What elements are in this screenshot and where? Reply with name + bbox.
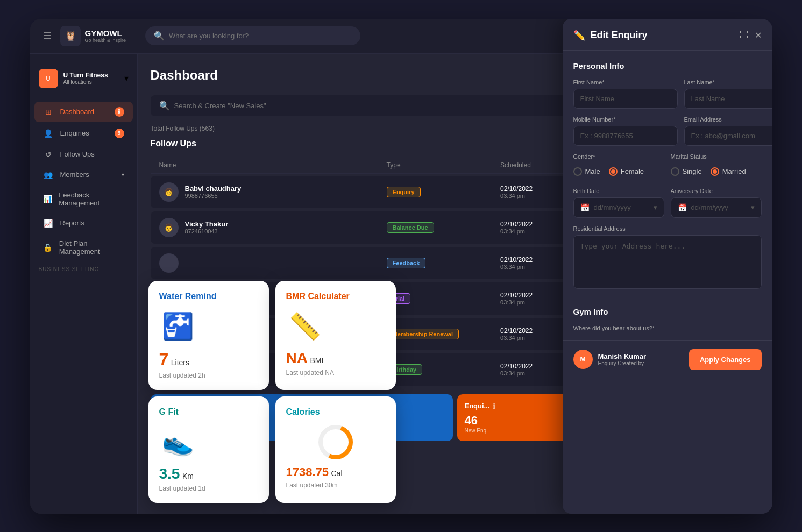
footer-user-name: Manish Kumar bbox=[598, 352, 647, 360]
email-input[interactable] bbox=[684, 126, 772, 146]
gfit-illustration: 👟 bbox=[159, 423, 197, 461]
gender-female-option[interactable]: Female bbox=[609, 167, 644, 176]
avatar bbox=[159, 253, 179, 273]
global-search-bar[interactable]: 🔍 bbox=[145, 26, 360, 45]
water-value-row: 7 Liters bbox=[159, 350, 258, 370]
anniversary-input[interactable]: 📅 dd/mm/yyyy ▾ bbox=[671, 197, 762, 218]
gender-radio-group: Male Female bbox=[573, 163, 664, 180]
male-radio[interactable] bbox=[573, 167, 582, 176]
gfit-card[interactable]: G Fit 👟 3.5 Km Last updated 1d bbox=[148, 396, 269, 503]
footer-user-sub: Enquiry Created by bbox=[598, 360, 647, 366]
dashboard-icon: ⊞ bbox=[43, 108, 54, 116]
app-name: GYMOWL bbox=[85, 29, 126, 38]
type-badge: Enquiry bbox=[387, 187, 421, 197]
avatar: 👨 bbox=[159, 218, 179, 237]
calories-updated: Last updated 30m bbox=[286, 481, 385, 489]
type-badge: Balance Due bbox=[387, 222, 434, 233]
last-name-input[interactable] bbox=[684, 89, 772, 109]
chevron-down-icon: ▾ bbox=[751, 203, 755, 211]
sidebar-item-label: Dashboard bbox=[60, 108, 95, 116]
anniversary-label: Aniversary Date bbox=[671, 188, 762, 194]
sidebar-item-reports[interactable]: 📈 Reports bbox=[34, 214, 133, 233]
married-option[interactable]: Married bbox=[711, 167, 746, 176]
sidebar-item-feedback[interactable]: 📊 Feedback Management bbox=[34, 186, 133, 212]
personal-info-section: Personal Info First Name* Last Name* Mob… bbox=[563, 54, 772, 289]
first-name-group: First Name* bbox=[573, 79, 678, 109]
birthdate-group: Birth Date 📅 dd/mm/yyyy ▾ bbox=[573, 188, 664, 218]
first-name-input[interactable] bbox=[573, 89, 678, 109]
female-radio[interactable] bbox=[609, 167, 618, 176]
sidebar-gym-name: U Turn Fitness bbox=[63, 72, 119, 79]
footer-user: M Manish Kumar Enquiry Created by bbox=[573, 350, 647, 369]
single-option[interactable]: Single bbox=[671, 167, 702, 176]
mobile-input[interactable] bbox=[573, 126, 678, 146]
member-cell: 👩 Babvi chaudhary 9988776655 bbox=[159, 182, 387, 202]
member-phone: 8724610043 bbox=[185, 228, 229, 235]
gender-group: Gender* Male Female bbox=[573, 153, 664, 180]
enquiry-count: 46 bbox=[465, 414, 496, 428]
sidebar-item-members[interactable]: 👥 Members ▾ bbox=[34, 165, 133, 185]
sidebar: U U Turn Fitness All locations ▾ ⊞ Dashb… bbox=[30, 54, 138, 514]
member-cell bbox=[159, 253, 387, 273]
gender-marital-row: Gender* Male Female bbox=[573, 153, 762, 180]
birthdate-select-wrapper: 📅 dd/mm/yyyy ▾ bbox=[573, 197, 664, 218]
member-name: Vicky Thakur bbox=[185, 220, 229, 228]
birthdate-label: Birth Date bbox=[573, 188, 664, 194]
last-name-label: Last Name* bbox=[684, 79, 772, 86]
sidebar-item-followups[interactable]: ↺ Follow Ups bbox=[34, 145, 133, 164]
single-radio[interactable] bbox=[671, 167, 679, 176]
calories-title: Calories bbox=[286, 407, 385, 417]
water-unit: Liters bbox=[171, 358, 189, 367]
type-badge: Feedback bbox=[387, 258, 426, 268]
water-remind-card[interactable]: Water Remind 🚰 7 Liters Last updated 2h bbox=[148, 281, 269, 390]
water-updated: Last updated 2h bbox=[159, 372, 258, 379]
bmr-value-row: NA BMI bbox=[286, 350, 385, 367]
date-row: Birth Date 📅 dd/mm/yyyy ▾ Aniversary Dat… bbox=[573, 188, 762, 218]
gym-info-title: Gym Info bbox=[573, 307, 762, 316]
email-group: Email Address bbox=[684, 116, 772, 146]
type-badge: Membership Renewal bbox=[387, 329, 459, 339]
gfit-unit: Km bbox=[182, 472, 194, 480]
birthdate-input[interactable]: 📅 dd/mm/yyyy ▾ bbox=[573, 197, 664, 218]
water-title: Water Remind bbox=[159, 292, 258, 301]
source-group: Where did you hear about us?* bbox=[573, 325, 762, 331]
search-icon: 🔍 bbox=[159, 101, 170, 111]
first-name-label: First Name* bbox=[573, 79, 678, 86]
bmr-card[interactable]: BMR Calculater 📏 NA BMI Last updated NA bbox=[275, 281, 396, 390]
anniversary-value: dd/mm/yyyy bbox=[691, 203, 728, 211]
hamburger-icon[interactable]: ☰ bbox=[43, 30, 52, 42]
mobile-label: Mobile Number* bbox=[573, 116, 678, 123]
married-radio[interactable] bbox=[711, 167, 719, 176]
gender-male-option[interactable]: Male bbox=[573, 167, 600, 176]
gender-label: Gender* bbox=[573, 153, 664, 160]
sidebar-item-dietplan[interactable]: 🔒 Diet Plan Management bbox=[34, 234, 133, 261]
marital-radio-group: Single Married bbox=[671, 163, 762, 180]
gfit-title: G Fit bbox=[159, 407, 258, 417]
sidebar-item-enquiries[interactable]: 👤 Enquiries 9 bbox=[34, 123, 133, 144]
gfit-updated: Last updated 1d bbox=[159, 485, 258, 492]
sidebar-item-dashboard[interactable]: ⊞ Dashboard 9 bbox=[34, 102, 133, 122]
gfit-value: 3.5 bbox=[159, 465, 180, 482]
personal-info-title: Personal Info bbox=[573, 61, 762, 70]
apply-changes-button[interactable]: Apply Changes bbox=[689, 349, 762, 370]
address-textarea[interactable] bbox=[573, 235, 762, 289]
sidebar-location: All locations bbox=[63, 79, 119, 85]
sidebar-item-label: Members bbox=[60, 171, 89, 179]
sidebar-profile[interactable]: U U Turn Fitness All locations ▾ bbox=[30, 62, 137, 95]
anniversary-group: Aniversary Date 📅 dd/mm/yyyy ▾ bbox=[671, 188, 762, 218]
mobile-group: Mobile Number* bbox=[573, 116, 678, 146]
chevron-down-icon: ▾ bbox=[654, 203, 657, 211]
card-title-enquiry: Enqui... bbox=[465, 402, 490, 410]
sidebar-item-label: Diet Plan Management bbox=[59, 239, 124, 256]
member-phone: 9988776655 bbox=[185, 193, 242, 199]
info-icon: ℹ bbox=[493, 402, 495, 410]
calories-card[interactable]: Calories 1738.75 Cal Last updated 30m bbox=[275, 396, 396, 503]
email-label: Email Address bbox=[684, 116, 772, 123]
sidebar-item-label: Feedback Management bbox=[59, 191, 124, 207]
bmr-illustration: 📏 bbox=[286, 308, 324, 345]
source-label: Where did you hear about us?* bbox=[573, 325, 762, 331]
global-search-input[interactable] bbox=[169, 32, 352, 40]
sidebar-profile-chevron: ▾ bbox=[124, 73, 129, 83]
followups-icon: ↺ bbox=[43, 150, 54, 159]
members-icon: 👥 bbox=[43, 171, 54, 179]
